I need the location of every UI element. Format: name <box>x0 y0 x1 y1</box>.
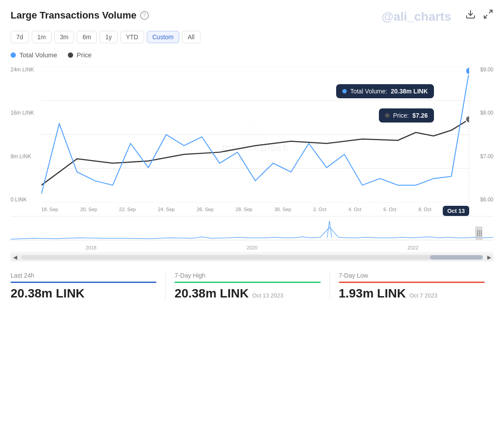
x-label-8: 4. Oct <box>348 207 361 212</box>
mini-x-2018: 2018 <box>85 245 96 250</box>
mini-x-2020: 2020 <box>247 245 257 250</box>
tooltip-price-dot <box>385 113 389 118</box>
filter-btn-custom[interactable]: Custom <box>147 31 179 43</box>
x-label-10: 8. Oct <box>419 207 431 212</box>
tooltip-date: Oct 13 <box>443 206 469 216</box>
stats-section: Last 24h 20.38m LINK 7-Day High 20.38m L… <box>11 272 493 301</box>
scroll-right-btn[interactable]: ▶ <box>485 253 493 261</box>
svg-line-2 <box>484 15 487 18</box>
scrollbar-area: ◀ ▶ <box>11 253 493 261</box>
y-left-mid1: 16m LINK <box>11 110 41 116</box>
legend-price: Price <box>68 51 92 59</box>
stat-last24h-underline <box>11 282 156 283</box>
header-right <box>465 9 493 22</box>
x-label-6: 30. Sep <box>274 207 291 212</box>
tooltip-volume-value: 20.38m LINK <box>391 88 428 95</box>
y-right-mid2: $7.00 <box>480 153 493 160</box>
x-label-3: 24. Sep <box>158 207 174 212</box>
stat-7day-low-label: 7-Day Low <box>339 272 485 279</box>
stat-7day-high-label: 7-Day High <box>174 272 320 279</box>
x-label-2: 22. Sep <box>119 207 136 212</box>
stat-7day-low-value: 1.93m LINK Oct 7 2023 <box>339 286 485 301</box>
filter-btn-1m[interactable]: 1m <box>32 31 52 43</box>
x-label-9: 6. Oct <box>383 207 396 212</box>
filter-btn-1y[interactable]: 1y <box>100 31 118 43</box>
legend-total-volume: Total Volume <box>11 51 57 59</box>
header-left: Large Transactions Volume ? <box>11 10 149 21</box>
legend: Total Volume Price <box>11 51 493 59</box>
main-chart: 24m LINK 16m LINK 8m LINK 0 LINK $9.00 $… <box>11 67 493 216</box>
watermark-text: @ali_charts <box>382 10 451 24</box>
main-container: Large Transactions Volume ? @ali_charts <box>0 0 504 309</box>
legend-volume-dot <box>11 52 16 58</box>
stat-7day-high: 7-Day High 20.38m LINK Oct 13 2023 <box>165 272 329 301</box>
chart-svg-container: IntoTheBlock Total Volume: 20.38m LINK P… <box>41 67 469 203</box>
mini-chart-svg <box>11 217 493 245</box>
x-label-7: 2. Oct <box>313 207 326 212</box>
svg-point-8 <box>466 67 469 74</box>
y-right-bottom: $6.00 <box>480 197 493 203</box>
svg-line-1 <box>489 10 492 13</box>
y-left-bottom: 0 LINK <box>11 197 41 203</box>
help-icon[interactable]: ? <box>140 11 149 20</box>
filter-btn-7d[interactable]: 7d <box>11 31 29 43</box>
x-label-5: 28. Sep <box>236 207 252 212</box>
filter-btn-all[interactable]: All <box>182 31 200 43</box>
legend-volume-label: Total Volume <box>19 51 57 59</box>
stat-7day-low-number: 1.93m LINK <box>339 286 406 301</box>
stat-7day-high-number: 20.38m LINK <box>174 286 248 301</box>
fullscreen-icon[interactable] <box>483 9 493 22</box>
y-right-mid1: $8.00 <box>480 110 493 116</box>
mini-x-axis: 2018 2020 2022 <box>11 243 493 252</box>
tooltip-price: Price: $7.26 <box>379 108 434 123</box>
tooltip-volume-dot <box>342 89 347 93</box>
page-title: Large Transactions Volume <box>11 10 137 21</box>
stat-last24h-value: 20.38m LINK <box>11 286 156 301</box>
scroll-track[interactable] <box>21 255 483 260</box>
time-filters: 7d1m3m6m1yYTDCustomAll <box>11 31 493 43</box>
filter-btn-ytd[interactable]: YTD <box>120 31 144 43</box>
y-left-top: 24m LINK <box>11 67 41 73</box>
legend-price-label: Price <box>77 51 92 59</box>
y-axis-right: $9.00 $8.00 $7.00 $6.00 <box>469 67 493 203</box>
chart-area: 24m LINK 16m LINK 8m LINK 0 LINK $9.00 $… <box>11 67 493 261</box>
stat-7day-low: 7-Day Low 1.93m LINK Oct 7 2023 <box>330 272 493 301</box>
tooltip-price-label: Price: <box>393 112 409 119</box>
stat-7day-high-date: Oct 13 2023 <box>252 292 283 299</box>
tooltip-volume-label: Total Volume: <box>350 88 387 95</box>
scroll-thumb[interactable] <box>430 255 483 260</box>
stat-last24h: Last 24h 20.38m LINK <box>11 272 165 301</box>
legend-price-dot <box>68 52 73 58</box>
download-icon[interactable] <box>465 9 476 22</box>
x-axis: 18. Sep 20. Sep 22. Sep 24. Sep 26. Sep … <box>41 203 469 216</box>
tooltip-volume: Total Volume: 20.38m LINK <box>336 84 434 98</box>
x-label-1: 20. Sep <box>80 207 97 212</box>
mini-chart-area: 2018 2020 2022 <box>11 217 493 253</box>
x-label-0: 18. Sep <box>41 207 58 212</box>
scroll-left-btn[interactable]: ◀ <box>11 253 19 261</box>
x-label-4: 26. Sep <box>197 207 214 212</box>
stat-last24h-label: Last 24h <box>11 272 156 279</box>
mini-x-2022: 2022 <box>408 245 418 250</box>
header: Large Transactions Volume ? @ali_charts <box>11 9 493 22</box>
filter-btn-3m[interactable]: 3m <box>54 31 74 43</box>
y-right-top: $9.00 <box>480 67 493 73</box>
stat-7day-high-value: 20.38m LINK Oct 13 2023 <box>174 286 320 301</box>
stat-7day-low-date: Oct 7 2023 <box>409 292 437 299</box>
y-axis-left: 24m LINK 16m LINK 8m LINK 0 LINK <box>11 67 41 203</box>
y-left-mid2: 8m LINK <box>11 153 41 160</box>
stat-7day-low-underline <box>339 282 485 283</box>
svg-point-9 <box>466 116 469 123</box>
stat-7day-high-underline <box>174 282 320 283</box>
stat-last24h-number: 20.38m LINK <box>11 286 85 301</box>
tooltip-price-value: $7.26 <box>412 112 428 119</box>
filter-btn-6m[interactable]: 6m <box>77 31 96 43</box>
